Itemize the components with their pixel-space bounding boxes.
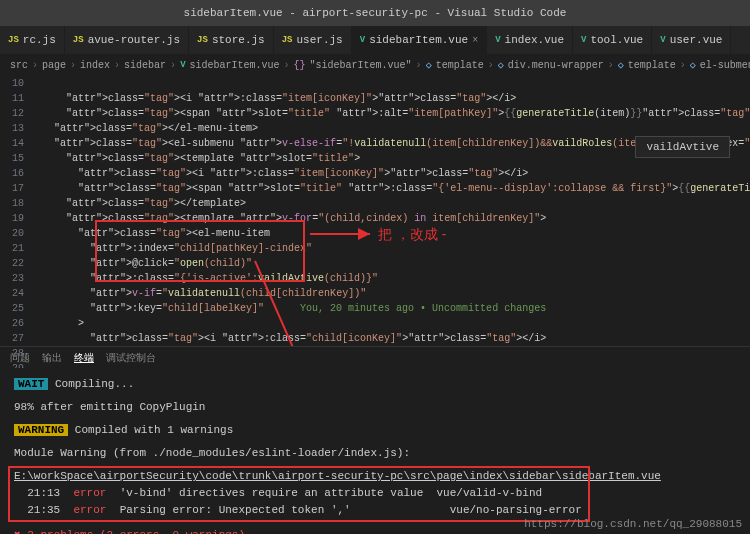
- tab-bar: JSrc.js JSavue-router.js JSstore.js JSus…: [0, 26, 750, 54]
- terminal-panel[interactable]: WAIT Compiling... 98% after emitting Cop…: [0, 368, 750, 528]
- tab-tool-vue[interactable]: Vtool.vue: [573, 26, 652, 54]
- warning-badge: WARNING: [14, 424, 68, 436]
- intellisense-hint[interactable]: vaildAvtive: [635, 136, 730, 158]
- js-icon: JS: [8, 35, 19, 45]
- window-titlebar: sidebarItem.vue - airport-security-pc - …: [0, 0, 750, 26]
- line-gutter: 10 11 12 13 14 15 16 17 18 19 20 21 22 2…: [0, 76, 30, 346]
- module-warning: Module Warning (from ./node_modules/esli…: [14, 445, 736, 462]
- vue-icon: V: [660, 35, 665, 45]
- close-icon[interactable]: ×: [472, 35, 478, 46]
- wait-badge: WAIT: [14, 378, 48, 390]
- annotation-text: 把 ，改成 -: [378, 226, 446, 244]
- js-icon: JS: [73, 35, 84, 45]
- watermark: https://blog.csdn.net/qq_29088015: [524, 518, 742, 530]
- tab-user-js[interactable]: JSuser.js: [274, 26, 352, 54]
- vue-icon: V: [360, 35, 365, 45]
- js-icon: JS: [197, 35, 208, 45]
- tab-avue-router[interactable]: JSavue-router.js: [65, 26, 189, 54]
- termtab-terminal[interactable]: 终端: [74, 351, 94, 365]
- termtab-output[interactable]: 输出: [42, 351, 62, 365]
- window-title: sidebarItem.vue - airport-security-pc - …: [184, 7, 567, 19]
- termtab-debug[interactable]: 调试控制台: [106, 351, 156, 365]
- terminal-tabs: 问题 输出 终端 调试控制台: [0, 346, 750, 368]
- error-file-path: E:\workSpace\airportSecurity\code\trunk\…: [14, 468, 736, 485]
- tab-store[interactable]: JSstore.js: [189, 26, 274, 54]
- tab-user-vue[interactable]: Vuser.vue: [652, 26, 731, 54]
- tab-sidebaritem[interactable]: VsidebarItem.vue×: [352, 26, 487, 54]
- vue-icon: V: [180, 60, 185, 70]
- tab-rc-js[interactable]: JSrc.js: [0, 26, 65, 54]
- vue-icon: V: [581, 35, 586, 45]
- vue-icon: V: [495, 35, 500, 45]
- breadcrumb[interactable]: src› page› index› sidebar› VsidebarItem.…: [0, 54, 750, 76]
- js-icon: JS: [282, 35, 293, 45]
- terminal-progress: 98% after emitting CopyPlugin: [14, 399, 736, 416]
- code-content[interactable]: "attr">class="tag"><i "attr">:class="ite…: [30, 76, 750, 346]
- tab-index-vue[interactable]: Vindex.vue: [487, 26, 573, 54]
- editor-area[interactable]: 10 11 12 13 14 15 16 17 18 19 20 21 22 2…: [0, 76, 750, 346]
